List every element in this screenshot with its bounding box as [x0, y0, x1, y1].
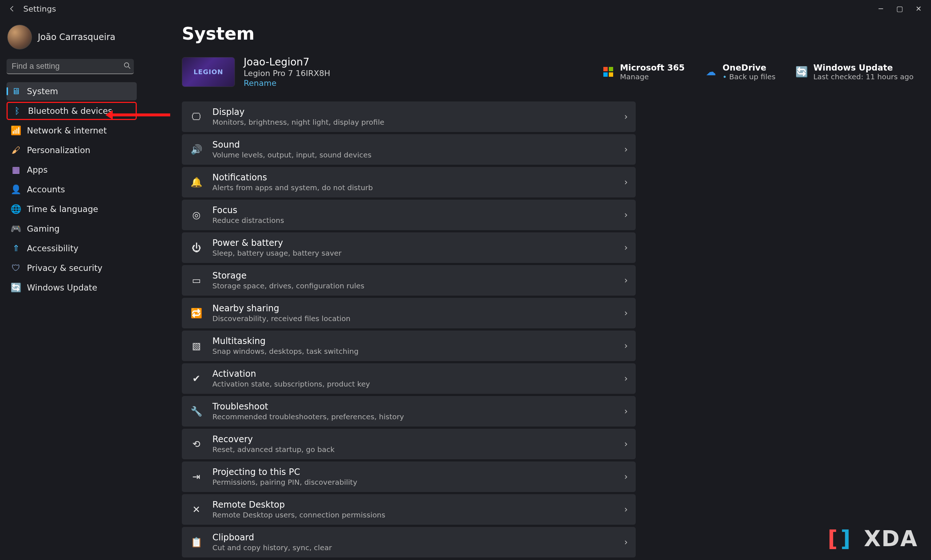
- bluetooth-icon: ᛒ: [12, 106, 22, 116]
- settings-item-display[interactable]: 🖵DisplayMonitors, brightness, night ligh…: [182, 102, 636, 132]
- page-title: System: [182, 23, 916, 44]
- sidebar-item-label: Bluetooth & devices: [28, 106, 112, 115]
- globe-clock-icon: 🌐: [11, 204, 21, 214]
- status-title: OneDrive: [723, 63, 776, 72]
- power-icon: ⏻: [190, 242, 203, 253]
- item-subtitle: Remote Desktop users, connection permiss…: [212, 511, 385, 519]
- accessibility-icon: ⇑: [11, 243, 21, 254]
- back-button[interactable]: [8, 5, 17, 13]
- item-title: Clipboard: [212, 532, 332, 543]
- sidebar-item-accessibility[interactable]: ⇑Accessibility: [6, 239, 137, 257]
- item-subtitle: Activation state, subscriptions, product…: [212, 380, 370, 388]
- status-title: Microsoft 365: [620, 63, 685, 72]
- chevron-right-icon: ›: [624, 472, 628, 482]
- m365-icon: [603, 66, 614, 78]
- sidebar-item-system[interactable]: 🖥System: [6, 82, 137, 100]
- settings-item-power-battery[interactable]: ⏻Power & batterySleep, battery usage, ba…: [182, 232, 636, 263]
- device-thumbnail: LEGION: [182, 57, 235, 87]
- gamepad-icon: 🎮: [11, 224, 21, 234]
- item-title: Sound: [212, 140, 371, 150]
- chevron-right-icon: ›: [624, 341, 628, 351]
- update-icon: 🔄: [796, 66, 807, 78]
- window-controls: ─ ▢ ✕: [876, 4, 926, 14]
- sidebar: João Carrasqueira 🖥SystemᛒBluetooth & de…: [0, 17, 142, 560]
- sidebar-item-label: Accessibility: [27, 244, 78, 253]
- chevron-right-icon: ›: [624, 210, 628, 220]
- item-title: Troubleshoot: [212, 402, 404, 412]
- sidebar-item-network-internet[interactable]: 📶Network & internet: [6, 122, 137, 140]
- settings-item-clipboard[interactable]: 📋ClipboardCut and copy history, sync, cl…: [182, 527, 636, 557]
- status-title: Windows Update: [813, 63, 914, 72]
- avatar: [7, 25, 32, 49]
- share-icon: 🔁: [190, 308, 203, 318]
- search-input[interactable]: [6, 59, 134, 74]
- item-subtitle: Recommended troubleshooters, preferences…: [212, 412, 404, 421]
- chevron-right-icon: ›: [624, 505, 628, 515]
- shield-icon: 🛡: [11, 263, 21, 273]
- sidebar-item-time-language[interactable]: 🌐Time & language: [6, 200, 137, 218]
- settings-list: 🖵DisplayMonitors, brightness, night ligh…: [182, 102, 636, 557]
- settings-item-notifications[interactable]: 🔔NotificationsAlerts from apps and syste…: [182, 167, 636, 197]
- sidebar-item-label: System: [27, 86, 58, 96]
- sidebar-item-personalization[interactable]: 🖌Personalization: [6, 141, 137, 159]
- status-microsoft-365[interactable]: Microsoft 365Manage: [603, 63, 685, 81]
- item-subtitle: Snap windows, desktops, task switching: [212, 347, 359, 355]
- main-content: System LEGION Joao-Legion7 Legion Pro 7 …: [142, 17, 931, 560]
- chevron-right-icon: ›: [624, 308, 628, 318]
- minimize-button[interactable]: ─: [876, 4, 886, 14]
- item-title: Multitasking: [212, 336, 359, 346]
- item-subtitle: Monitors, brightness, night light, displ…: [212, 118, 385, 126]
- display-icon: 🖥: [11, 86, 21, 96]
- status-sub: Back up files: [723, 72, 776, 81]
- close-button[interactable]: ✕: [914, 4, 924, 14]
- item-subtitle: Alerts from apps and system, do not dist…: [212, 183, 373, 192]
- update-icon: 🔄: [11, 283, 21, 293]
- item-title: Nearby sharing: [212, 303, 351, 314]
- settings-item-remote-desktop[interactable]: ✕Remote DesktopRemote Desktop users, con…: [182, 494, 636, 525]
- multitask-icon: ▧: [190, 340, 203, 351]
- storage-icon: ▭: [190, 275, 203, 286]
- sidebar-item-accounts[interactable]: 👤Accounts: [6, 180, 137, 198]
- item-subtitle: Sleep, battery usage, battery saver: [212, 249, 342, 257]
- sidebar-item-bluetooth-devices[interactable]: ᛒBluetooth & devices: [6, 102, 137, 120]
- display-icon: 🖵: [190, 111, 203, 122]
- device-model: Legion Pro 7 16IRX8H: [244, 69, 330, 78]
- item-subtitle: Discoverability, received files location: [212, 314, 351, 323]
- sidebar-item-gaming[interactable]: 🎮Gaming: [6, 220, 137, 238]
- settings-item-recovery[interactable]: ⟲RecoveryReset, advanced startup, go bac…: [182, 429, 636, 459]
- wifi-icon: 📶: [11, 125, 21, 135]
- sidebar-item-windows-update[interactable]: 🔄Windows Update: [6, 278, 137, 297]
- bell-icon: 🔔: [190, 177, 203, 188]
- maximize-button[interactable]: ▢: [895, 4, 905, 14]
- svg-point-0: [125, 63, 129, 67]
- paintbrush-icon: 🖌: [11, 145, 21, 155]
- watermark: [] XDA: [828, 526, 918, 551]
- item-subtitle: Volume levels, output, input, sound devi…: [212, 151, 371, 159]
- status-windows-update[interactable]: 🔄Windows UpdateLast checked: 11 hours ag…: [796, 63, 914, 81]
- recovery-icon: ⟲: [190, 438, 203, 449]
- settings-item-storage[interactable]: ▭StorageStorage space, drives, configura…: [182, 265, 636, 295]
- chevron-right-icon: ›: [624, 374, 628, 384]
- item-subtitle: Reduce distractions: [212, 216, 284, 225]
- sidebar-item-privacy-security[interactable]: 🛡Privacy & security: [6, 259, 137, 277]
- account-header[interactable]: João Carrasqueira: [6, 22, 137, 56]
- chevron-right-icon: ›: [624, 537, 628, 547]
- chevron-right-icon: ›: [624, 275, 628, 285]
- status-onedrive[interactable]: ☁OneDriveBack up files: [705, 63, 776, 81]
- chevron-right-icon: ›: [624, 145, 628, 155]
- settings-item-projecting-to-this-pc[interactable]: ⇥Projecting to this PCPermissions, pairi…: [182, 462, 636, 492]
- rename-link[interactable]: Rename: [244, 78, 330, 88]
- item-subtitle: Storage space, drives, configuration rul…: [212, 282, 365, 290]
- titlebar: Settings ─ ▢ ✕: [0, 0, 931, 17]
- sidebar-item-label: Gaming: [27, 224, 60, 234]
- settings-item-nearby-sharing[interactable]: 🔁Nearby sharingDiscoverability, received…: [182, 298, 636, 328]
- sidebar-item-apps[interactable]: ▦Apps: [6, 161, 137, 179]
- device-name: Joao-Legion7: [244, 56, 330, 68]
- settings-item-focus[interactable]: ◎FocusReduce distractions›: [182, 200, 636, 230]
- settings-item-sound[interactable]: 🔊SoundVolume levels, output, input, soun…: [182, 134, 636, 165]
- settings-item-troubleshoot[interactable]: 🔧TroubleshootRecommended troubleshooters…: [182, 396, 636, 426]
- settings-item-activation[interactable]: ✔ActivationActivation state, subscriptio…: [182, 363, 636, 394]
- chevron-right-icon: ›: [624, 112, 628, 122]
- check-icon: ✔: [190, 373, 203, 384]
- settings-item-multitasking[interactable]: ▧MultitaskingSnap windows, desktops, tas…: [182, 331, 636, 361]
